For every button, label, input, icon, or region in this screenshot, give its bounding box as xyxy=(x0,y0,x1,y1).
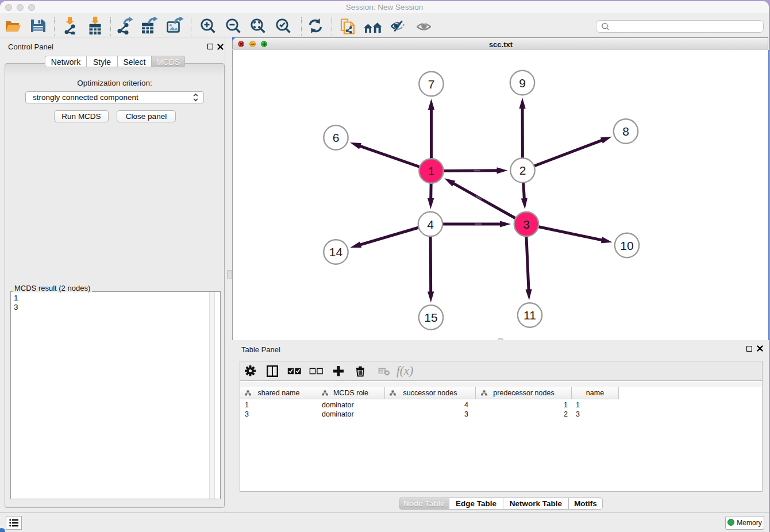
svg-text:3: 3 xyxy=(523,218,530,231)
svg-text:10: 10 xyxy=(620,239,633,252)
svg-text:6: 6 xyxy=(333,131,340,144)
svg-text:14: 14 xyxy=(329,245,343,259)
svg-text:8: 8 xyxy=(622,125,629,138)
svg-text:7: 7 xyxy=(428,78,435,91)
svg-text:15: 15 xyxy=(424,311,437,324)
svg-text:2: 2 xyxy=(519,164,526,177)
svg-text:9: 9 xyxy=(519,76,526,90)
svg-text:1: 1 xyxy=(428,164,435,178)
svg-text:4: 4 xyxy=(427,218,434,231)
svg-text:11: 11 xyxy=(523,309,536,322)
